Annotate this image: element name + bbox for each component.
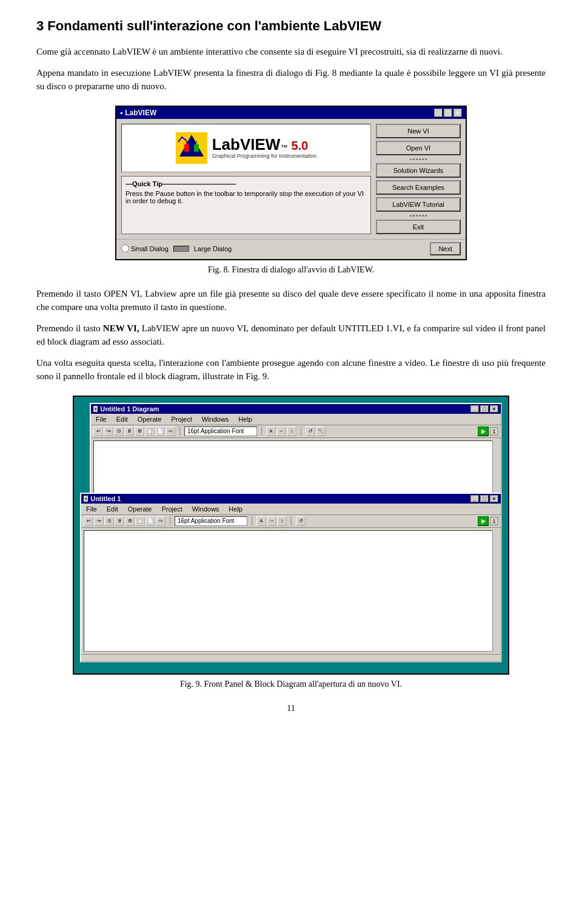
- fp-tb-icon-11[interactable]: ↕: [277, 516, 287, 526]
- tb-icon-6[interactable]: 📋: [145, 427, 155, 436]
- exit-button[interactable]: Exit: [376, 220, 461, 234]
- menu-project[interactable]: Project: [169, 415, 194, 423]
- large-dialog-label: Large Dialog: [194, 245, 232, 252]
- small-dialog-label: Small Dialog: [131, 245, 169, 252]
- logo-version: 5.0: [291, 139, 308, 153]
- fp-toolbar-sep-2: [252, 517, 252, 525]
- toolbar-sep-3: [301, 427, 301, 436]
- small-dialog-radio[interactable]: [121, 244, 129, 252]
- fp-toolbar-icons-1: ↩ ↪ ⊙ ⏸ ⚙ 📋 📄 ⇨: [84, 516, 166, 526]
- p4-bold: NEW VI,: [103, 323, 139, 333]
- figure-9-caption: Fig. 9. Front Panel & Block Diagram all'…: [180, 680, 402, 689]
- separator-1: [376, 158, 461, 160]
- fp-tb-icon-4[interactable]: ⏸: [115, 516, 124, 526]
- dialog-titlebar: ▪ LabVIEW _ □ ×: [116, 107, 466, 119]
- fp-tb-icon-2[interactable]: ↪: [94, 516, 104, 526]
- diagram-toolbar: ↩ ↪ ⊙ ⏸ ⚙ 📋 📄 ⇨ 16pt Application Font A: [91, 425, 501, 438]
- menu-help[interactable]: Help: [236, 415, 255, 423]
- tb-icon-9[interactable]: A: [266, 427, 276, 436]
- font-selector-1[interactable]: 16pt Application Font: [184, 427, 257, 436]
- labview-tutorial-button[interactable]: LabVIEW Tutorial: [376, 197, 461, 212]
- dialog-size-visual: [173, 246, 189, 252]
- frontpanel-window-inner: ▪ Untitled 1 _ □ × File Edit Operate Pro…: [80, 493, 502, 663]
- p3-text: Premendo il tasto OPEN VI, Labview apre …: [36, 289, 546, 312]
- fp-tb-icon-3[interactable]: ⊙: [104, 516, 114, 526]
- fp-tb-icon-8[interactable]: ⇨: [156, 516, 166, 526]
- fp-tb-icon-7[interactable]: 📄: [146, 516, 155, 526]
- fp-tb-icon-6[interactable]: 📋: [135, 516, 145, 526]
- diagram-title: Untitled 1 Diagram: [100, 405, 159, 413]
- fp-toolbar-sep-3: [291, 517, 292, 525]
- fp-menu-project[interactable]: Project: [159, 505, 184, 513]
- fp-menu-file[interactable]: File: [84, 505, 99, 513]
- frontpanel-content-area: [81, 530, 501, 652]
- search-examples-button[interactable]: Search Examples: [376, 180, 461, 195]
- fp-tb-icon-9[interactable]: A: [256, 516, 266, 526]
- run-button-2[interactable]: ▶: [478, 516, 489, 526]
- svg-rect-3: [194, 144, 199, 152]
- fp-toolbar-sep-1: [170, 517, 170, 525]
- tb-icon-5[interactable]: ⚙: [135, 427, 144, 436]
- logo-name-row: LabVIEW ™ 5.0: [212, 137, 317, 153]
- tb-icon-11[interactable]: ↕: [287, 427, 296, 436]
- dialog-size-options: Small Dialog Large Dialog: [121, 244, 232, 252]
- tb-icon-12[interactable]: ↺: [306, 427, 315, 436]
- diagram-close[interactable]: ×: [490, 405, 498, 413]
- small-dialog-option[interactable]: Small Dialog: [121, 244, 169, 252]
- new-vi-button[interactable]: New VI: [376, 124, 461, 138]
- minimize-button[interactable]: _: [434, 109, 443, 117]
- diagram-icon: ▪: [93, 406, 98, 412]
- fp-tb-icon-1[interactable]: ↩: [84, 516, 93, 526]
- tb-icon-7[interactable]: 📄: [155, 427, 165, 436]
- figure-8-caption: Fig. 8. Finestra di dialogo all'avvio di…: [208, 265, 374, 275]
- tb-icon-1[interactable]: ↩: [93, 427, 103, 436]
- menu-edit[interactable]: Edit: [114, 415, 130, 423]
- frontpanel-maximize[interactable]: □: [480, 495, 489, 502]
- fp-tb-icon-10[interactable]: ↔: [267, 516, 276, 526]
- close-button[interactable]: ×: [453, 109, 462, 117]
- fp-menu-operate[interactable]: Operate: [125, 505, 155, 513]
- solution-wizards-button[interactable]: Solution Wizards: [376, 163, 461, 178]
- tb-icon-3[interactable]: ⊙: [114, 427, 124, 436]
- chapter-title: 3 Fondamenti sull'interazione con l'ambi…: [36, 18, 546, 34]
- frontpanel-canvas[interactable]: [84, 530, 498, 652]
- fp-menu-help[interactable]: Help: [226, 505, 245, 513]
- figure-8: ▪ LabVIEW _ □ ×: [36, 106, 546, 275]
- labview-icon: [176, 132, 207, 164]
- fp-menu-windows[interactable]: Windows: [190, 505, 222, 513]
- menu-operate[interactable]: Operate: [135, 415, 164, 423]
- open-vi-button[interactable]: Open VI: [376, 141, 461, 155]
- svg-rect-2: [184, 144, 189, 152]
- menu-windows[interactable]: Windows: [199, 415, 232, 423]
- dialog-icon: ▪: [120, 109, 122, 117]
- tb-icon-2[interactable]: ↪: [104, 427, 113, 436]
- fp-menu-edit[interactable]: Edit: [104, 505, 121, 513]
- separator-2: [376, 215, 461, 217]
- frontpanel-scrollbar-v[interactable]: [492, 530, 501, 652]
- diagram-minimize[interactable]: _: [470, 405, 479, 413]
- fp-font-selector[interactable]: 16pt Application Font: [175, 516, 247, 526]
- tb-icon-13[interactable]: 🔧: [316, 427, 326, 436]
- large-dialog-option[interactable]: Large Dialog: [194, 245, 232, 252]
- tb-icon-8[interactable]: ⇨: [166, 427, 175, 436]
- diagram-maximize[interactable]: □: [480, 405, 489, 413]
- run-button-1[interactable]: ▶: [478, 427, 489, 436]
- logo-tm: ™: [280, 143, 287, 152]
- tb-icon-10[interactable]: ↔: [276, 427, 286, 436]
- frontpanel-titlebar-buttons: _ □ ×: [470, 495, 498, 502]
- frontpanel-minimize[interactable]: _: [470, 495, 479, 502]
- fp-toolbar-icons-2: A ↔ ↕: [256, 516, 287, 526]
- logo-subtitle: Graphical Programming for Instrumentatio…: [212, 153, 317, 159]
- frontpanel-titlebar-left: ▪ Untitled 1: [84, 495, 121, 502]
- diagram-titlebar-left: ▪ Untitled 1 Diagram: [93, 405, 159, 413]
- menu-file[interactable]: File: [93, 415, 109, 423]
- maximize-button[interactable]: □: [444, 109, 452, 117]
- radio-group: Small Dialog Large Dialog: [121, 244, 232, 252]
- fp-tb-icon-12[interactable]: ↺: [296, 516, 306, 526]
- corner-number-2: 1: [490, 517, 498, 525]
- frontpanel-window: ▪ Untitled 1 _ □ × File Edit Operate Pro…: [80, 493, 502, 663]
- fp-tb-icon-5[interactable]: ⚙: [125, 516, 135, 526]
- tb-icon-4[interactable]: ⏸: [124, 427, 134, 436]
- frontpanel-close[interactable]: ×: [490, 495, 498, 502]
- next-button[interactable]: Next: [430, 242, 461, 255]
